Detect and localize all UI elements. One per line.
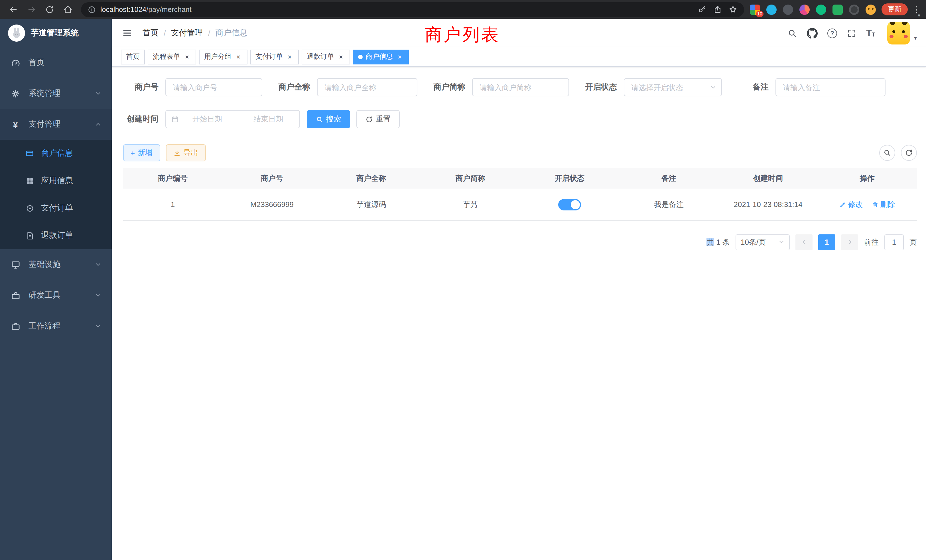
breadcrumb: 首页 / 支付管理 / 商户信息 <box>142 28 247 38</box>
chevron-down-icon <box>95 261 101 268</box>
extension-icon[interactable] <box>816 4 826 15</box>
chevron-down-icon <box>95 292 101 299</box>
dashboard-icon <box>10 58 21 68</box>
extension-icon[interactable]: 10 <box>750 4 760 15</box>
page-number-button[interactable]: 1 <box>818 234 835 250</box>
extension-icon[interactable] <box>865 4 876 15</box>
status-toggle[interactable] <box>558 199 581 210</box>
url-text: localhost:1024/pay/merchant <box>100 5 698 14</box>
breadcrumb-merchant: 商户信息 <box>216 28 247 38</box>
tab-refund-order[interactable]: 退款订单× <box>302 49 350 64</box>
yen-icon: ¥ <box>10 120 21 129</box>
sidebar-item-home[interactable]: 首页 <box>0 47 112 78</box>
user-menu[interactable]: ▾ <box>887 22 917 44</box>
delete-link[interactable]: 删除 <box>872 199 895 210</box>
extension-icon[interactable] <box>766 4 776 15</box>
date-range-picker[interactable]: 开始日期 - 结束日期 <box>165 110 300 128</box>
address-bar[interactable]: localhost:1024/pay/merchant <box>81 2 744 17</box>
breadcrumb-payment[interactable]: 支付管理 <box>171 28 203 38</box>
fullscreen-icon[interactable] <box>847 28 856 38</box>
cell-merchant-no: M233666999 <box>222 189 322 220</box>
extension-icon[interactable] <box>849 4 859 15</box>
chevron-down-icon <box>778 239 785 245</box>
browser-update-button[interactable]: 更新 <box>882 3 908 15</box>
search-button[interactable]: 搜索 <box>307 110 350 128</box>
browser-caret-icon[interactable]: ▾ <box>918 13 920 18</box>
font-size-icon[interactable]: TT <box>866 29 875 38</box>
sidebar-item-infrastructure[interactable]: 基础设施 <box>0 249 112 280</box>
table-header-row: 商户编号 商户号 商户全称 商户简称 开启状态 备注 创建时间 操作 <box>123 168 917 189</box>
help-icon[interactable]: ? <box>828 28 837 38</box>
status-select[interactable] <box>624 78 722 96</box>
tab-merchant-info[interactable]: 商户信息× <box>353 49 409 64</box>
cell-status <box>520 189 619 220</box>
browser-reload-button[interactable] <box>42 2 57 17</box>
close-icon[interactable]: × <box>396 53 404 61</box>
extension-icon[interactable] <box>832 4 843 15</box>
col-merchant-id: 商户编号 <box>123 168 222 189</box>
add-button[interactable]: + 新增 <box>123 144 160 161</box>
page-annotation: 商户列表 <box>425 23 500 47</box>
share-icon[interactable] <box>713 5 722 14</box>
tab-user-group[interactable]: 用户分组× <box>199 49 247 64</box>
tags-view-bar: 首页 流程表单× 用户分组× 支付订单× 退款订单× 商户信息× <box>112 47 926 67</box>
sidebar: 芋道管理系统 首页 系统管理 ¥ 支付管理 <box>0 19 112 560</box>
sidebar-item-pay-order[interactable]: 支付订单 <box>0 194 112 222</box>
browser-home-button[interactable] <box>61 2 75 17</box>
short-name-input[interactable] <box>472 78 569 96</box>
next-page-button[interactable] <box>841 234 858 250</box>
logo-rabbit-icon <box>8 24 25 42</box>
tab-flow-form[interactable]: 流程表单× <box>148 49 196 64</box>
full-name-input[interactable] <box>317 78 418 96</box>
sidebar-logo[interactable]: 芋道管理系统 <box>0 19 112 47</box>
site-info-icon[interactable] <box>88 5 96 14</box>
avatar-detail <box>889 22 896 26</box>
sidebar-item-system[interactable]: 系统管理 <box>0 78 112 109</box>
top-navbar: 首页 / 支付管理 / 商户信息 商户列表 ? TT <box>112 19 926 47</box>
sidebar-item-refund-order[interactable]: 退款订单 <box>0 222 112 249</box>
tab-home[interactable]: 首页 <box>121 49 145 64</box>
extension-icon[interactable] <box>783 4 793 15</box>
close-icon[interactable]: × <box>183 53 191 61</box>
close-icon[interactable]: × <box>286 53 294 61</box>
tab-pay-order[interactable]: 支付订单× <box>250 49 299 64</box>
briefcase-icon <box>10 321 21 331</box>
avatar[interactable] <box>887 22 910 44</box>
toggle-search-button[interactable] <box>879 145 895 161</box>
filter-label-short-name: 商户简称 <box>433 82 465 92</box>
bookmark-star-icon[interactable] <box>729 5 737 14</box>
extension-icon[interactable] <box>799 4 809 15</box>
sidebar-item-app-info[interactable]: 应用信息 <box>0 167 112 194</box>
github-icon[interactable] <box>807 28 818 38</box>
sidebar-item-payment[interactable]: ¥ 支付管理 <box>0 109 112 140</box>
avatar-detail <box>904 35 908 38</box>
prev-page-button[interactable] <box>796 234 813 250</box>
edit-link[interactable]: 修改 <box>839 199 863 210</box>
remark-input[interactable] <box>775 78 885 96</box>
password-key-icon[interactable] <box>698 5 707 14</box>
col-short-name: 商户简称 <box>421 168 520 189</box>
close-icon[interactable]: × <box>337 53 345 61</box>
date-start-placeholder: 开始日期 <box>181 114 233 124</box>
sidebar-item-dev-tools[interactable]: 研发工具 <box>0 280 112 311</box>
reset-button[interactable]: 重置 <box>356 110 400 128</box>
sidebar-toggle-icon[interactable] <box>121 27 133 39</box>
col-actions: 操作 <box>818 168 917 189</box>
page-size-select[interactable]: 10条/页 <box>735 234 790 250</box>
page-unit-label: 页 <box>909 237 917 247</box>
goto-page-input[interactable] <box>884 234 904 250</box>
refresh-button[interactable] <box>901 145 917 161</box>
search-icon[interactable] <box>787 28 797 38</box>
sidebar-item-workflow[interactable]: 工作流程 <box>0 311 112 342</box>
cell-short-name: 芋艿 <box>421 189 520 220</box>
browser-forward-button[interactable] <box>24 2 39 17</box>
table-row: 1 M233666999 芋道源码 芋艿 我是备注 2021-10-23 08:… <box>123 189 917 220</box>
merchant-no-input[interactable] <box>165 78 262 96</box>
breadcrumb-home[interactable]: 首页 <box>142 28 159 38</box>
calendar-icon <box>171 115 179 123</box>
browser-back-button[interactable] <box>6 2 21 17</box>
export-button[interactable]: 导出 <box>166 144 206 161</box>
cell-actions: 修改 删除 <box>818 189 917 220</box>
sidebar-item-merchant-info[interactable]: 商户信息 <box>0 140 112 167</box>
close-icon[interactable]: × <box>235 53 242 61</box>
